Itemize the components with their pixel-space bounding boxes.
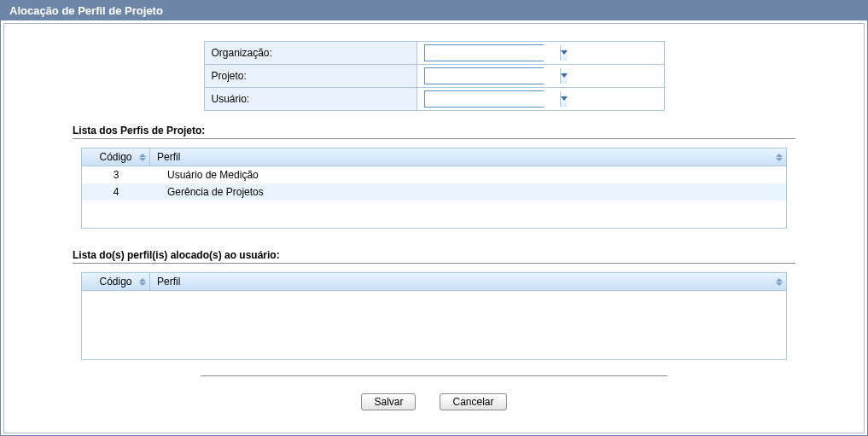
- usuario-cell: [417, 88, 664, 111]
- organizacao-label: Organização:: [204, 42, 417, 65]
- table-row[interactable]: 4 Gerência de Projetos: [82, 183, 786, 201]
- cell-perfil: Usuário de Medição: [150, 169, 786, 181]
- button-bar: Salvar Cancelar: [201, 375, 667, 410]
- chevron-down-icon: [561, 73, 568, 78]
- assigned-grid: Código Perfil: [81, 272, 787, 360]
- assigned-grid-header: Código Perfil: [82, 273, 786, 291]
- usuario-label: Usuário:: [204, 88, 417, 111]
- cancel-button[interactable]: Cancelar: [440, 393, 506, 410]
- available-grid-body: 3 Usuário de Medição 4 Gerência de Proje…: [82, 166, 786, 228]
- available-grid-header: Código Perfil: [82, 148, 786, 166]
- organizacao-input[interactable]: [425, 45, 560, 61]
- assigned-section-title: Lista do(s) perfil(is) alocado(s) ao usu…: [73, 244, 795, 264]
- assigned-header-codigo[interactable]: Código: [82, 273, 150, 290]
- projeto-input[interactable]: [425, 68, 560, 84]
- cell-codigo: 3: [82, 169, 150, 181]
- usuario-input[interactable]: [425, 91, 560, 107]
- table-row[interactable]: 3 Usuário de Medição: [82, 166, 786, 183]
- window-title: Alocação de Perfil de Projeto: [1, 1, 867, 20]
- available-section: Lista dos Perfis de Projeto: Código Perf…: [73, 119, 795, 229]
- organizacao-cell: [417, 42, 664, 65]
- header-label: Código: [99, 276, 131, 288]
- filter-form: Organização: Projeto:: [204, 41, 665, 111]
- svg-marker-1: [561, 73, 568, 78]
- cell-codigo: 4: [82, 186, 150, 198]
- cell-perfil: Gerência de Projetos: [150, 186, 786, 198]
- sort-icon: [139, 278, 146, 286]
- available-header-codigo[interactable]: Código: [82, 148, 150, 166]
- usuario-dropdown-button[interactable]: [560, 91, 568, 107]
- window: Alocação de Perfil de Projeto Organizaçã…: [0, 0, 868, 436]
- available-section-title: Lista dos Perfis de Projeto:: [73, 119, 795, 139]
- header-label: Código: [99, 151, 131, 163]
- chevron-down-icon: [561, 50, 568, 55]
- content-area: Organização: Projeto:: [3, 23, 865, 433]
- projeto-dropdown-button[interactable]: [560, 68, 568, 84]
- chevron-down-icon: [561, 96, 568, 102]
- svg-marker-2: [561, 96, 568, 101]
- header-label: Perfil: [157, 151, 180, 163]
- projeto-label: Projeto:: [204, 65, 417, 88]
- available-header-perfil[interactable]: Perfil: [150, 148, 786, 166]
- svg-marker-0: [561, 50, 568, 55]
- available-grid: Código Perfil 3 Usuário de Medição 4: [81, 148, 787, 229]
- sort-icon: [776, 154, 783, 161]
- usuario-combo[interactable]: [424, 90, 544, 108]
- sort-icon: [139, 154, 146, 161]
- projeto-combo[interactable]: [424, 67, 544, 84]
- organizacao-combo[interactable]: [424, 44, 544, 61]
- assigned-grid-body: [82, 291, 786, 359]
- assigned-header-perfil[interactable]: Perfil: [150, 273, 786, 290]
- assigned-section: Lista do(s) perfil(is) alocado(s) ao usu…: [73, 244, 795, 360]
- sort-icon: [776, 278, 783, 286]
- projeto-cell: [417, 65, 664, 88]
- save-button[interactable]: Salvar: [361, 393, 416, 410]
- organizacao-dropdown-button[interactable]: [560, 45, 568, 61]
- header-label: Perfil: [157, 276, 180, 288]
